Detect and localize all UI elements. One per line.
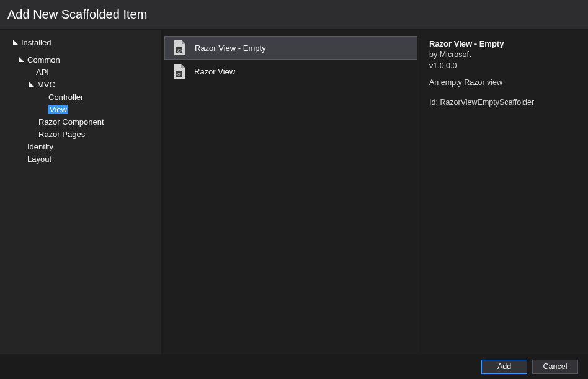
- expand-icon: [27, 80, 36, 89]
- tree-label: Controller: [48, 92, 83, 102]
- tree-label: Identity: [27, 142, 53, 151]
- template-list: @ Razor View - Empty @ Razor View: [161, 30, 421, 354]
- tree-label: MVC: [37, 80, 55, 89]
- tree-label: Common: [27, 55, 60, 65]
- details-title: Razor View - Empty: [429, 38, 579, 50]
- tree-item-view[interactable]: View: [0, 103, 161, 115]
- dialog-footer: Add Cancel: [0, 354, 588, 379]
- details-author: by Microsoft: [429, 50, 579, 61]
- template-label: Razor View: [194, 67, 235, 76]
- tree-item-common[interactable]: Common: [0, 53, 161, 66]
- details-description: An empty Razor view: [429, 78, 579, 89]
- sidebar-tree: Installed Common API MVC Controller View…: [0, 30, 161, 354]
- tree-label: API: [36, 68, 49, 77]
- expand-icon: [11, 38, 20, 47]
- tree-item-razor-pages[interactable]: Razor Pages: [0, 128, 161, 140]
- template-item-razor-view[interactable]: @ Razor View: [164, 60, 417, 83]
- details-version: v1.0.0.0: [429, 61, 579, 72]
- tree-label: Razor Pages: [38, 130, 85, 139]
- template-item-razor-view-empty[interactable]: @ Razor View - Empty: [164, 36, 417, 60]
- tree-item-controller[interactable]: Controller: [0, 91, 161, 103]
- details-by-prefix: by: [429, 50, 440, 59]
- details-by-author: Microsoft: [440, 50, 471, 59]
- tree-item-razor-component[interactable]: Razor Component: [0, 115, 161, 128]
- dialog-title: Add New Scaffolded Item: [7, 7, 147, 22]
- tree-label: Layout: [27, 154, 51, 164]
- tree-item-layout[interactable]: Layout: [0, 153, 161, 165]
- details-id-prefix: Id:: [429, 98, 440, 107]
- tree-item-api[interactable]: API: [0, 66, 161, 78]
- details-id: Id: RazorViewEmptyScaffolder: [429, 97, 579, 109]
- tree-label-selected: View: [48, 105, 68, 114]
- cshtml-file-icon: @: [172, 63, 185, 79]
- svg-text:@: @: [177, 48, 182, 53]
- tree-item-mvc[interactable]: MVC: [0, 78, 161, 91]
- tree-item-installed[interactable]: Installed: [0, 36, 161, 48]
- tree-label: Razor Component: [38, 117, 104, 127]
- tree-item-identity[interactable]: Identity: [0, 140, 161, 153]
- dialog-body: Installed Common API MVC Controller View…: [0, 30, 588, 354]
- cshtml-file-icon: @: [172, 40, 186, 56]
- expand-icon: [17, 55, 26, 64]
- details-id-value: RazorViewEmptyScaffolder: [440, 98, 534, 107]
- cancel-button[interactable]: Cancel: [532, 360, 578, 374]
- template-label: Razor View - Empty: [195, 43, 266, 53]
- svg-text:@: @: [176, 71, 181, 77]
- dialog-header: Add New Scaffolded Item: [0, 0, 588, 30]
- details-panel: Razor View - Empty by Microsoft v1.0.0.0…: [421, 30, 588, 354]
- tree-label: Installed: [21, 38, 51, 47]
- add-button[interactable]: Add: [481, 360, 527, 374]
